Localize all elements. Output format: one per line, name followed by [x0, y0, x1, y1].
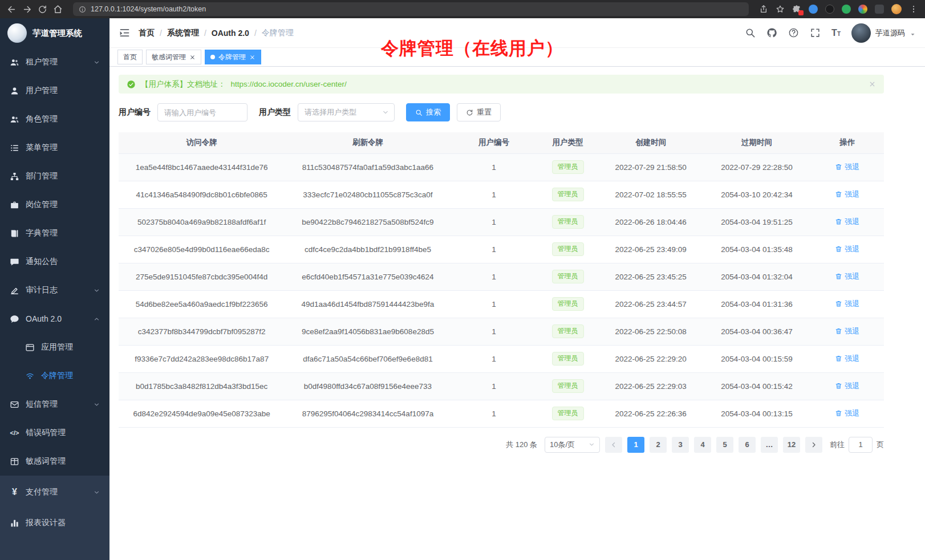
sidebar-collapse-icon[interactable] — [119, 27, 131, 39]
breadcrumb-item[interactable]: 系统管理 / — [167, 28, 206, 38]
page-number-button[interactable]: 1 — [627, 437, 644, 453]
sidebar-item[interactable]: ¥ 支付管理 — [0, 477, 109, 508]
sidebar-item[interactable]: 用户管理 — [0, 76, 109, 105]
extension-icon-square[interactable] — [875, 5, 884, 14]
help-icon[interactable] — [788, 27, 799, 38]
font-size-icon[interactable]: TT — [831, 28, 841, 38]
prev-page-button[interactable] — [605, 437, 622, 453]
sidebar-item-label: 通知公告 — [26, 257, 58, 267]
force-logout-button[interactable]: 强退 — [835, 381, 859, 391]
force-logout-button[interactable]: 强退 — [835, 408, 859, 419]
site-info-icon[interactable] — [79, 6, 86, 13]
breadcrumb-item[interactable]: 令牌管理 / — [262, 28, 294, 38]
sidebar-item-label: 部门管理 — [26, 171, 58, 181]
force-logout-button[interactable]: 强退 — [835, 244, 859, 254]
expire-time-cell: 2054-03-04 00:15:59 — [703, 345, 811, 372]
browser-forward-icon[interactable] — [22, 5, 32, 14]
tab-close-icon[interactable] — [249, 54, 255, 60]
breadcrumb-item[interactable]: OAuth 2.0 / — [212, 29, 257, 38]
tab-close-icon[interactable] — [189, 54, 196, 60]
page-number-label: 6 — [745, 440, 749, 449]
force-logout-button[interactable]: 强退 — [835, 162, 859, 172]
app-logo[interactable]: 芋道管理系统 — [0, 18, 109, 48]
search-icon[interactable] — [745, 27, 756, 38]
sidebar-item[interactable]: 敏感词管理 — [0, 447, 109, 476]
user-id-cell: 1 — [451, 236, 537, 263]
sidebar-item[interactable]: 应用管理 — [0, 333, 109, 362]
refresh-token-cell: e6cfd40eb1f54571a31e775e039c4624 — [285, 263, 451, 290]
page-number-button[interactable]: 3 — [672, 437, 689, 453]
extensions-icon[interactable] — [792, 5, 801, 14]
alert-close-icon[interactable] — [869, 80, 876, 88]
share-icon[interactable] — [759, 5, 768, 14]
sidebar-item-label: 审计日志 — [26, 285, 58, 295]
force-logout-button[interactable]: 强退 — [835, 189, 859, 200]
sidebar-item[interactable]: 部门管理 — [0, 162, 109, 190]
sidebar-item[interactable]: 通知公告 — [0, 247, 109, 276]
force-logout-button[interactable]: 强退 — [835, 217, 859, 227]
sidebar-item[interactable]: 报表设计器 — [0, 508, 109, 538]
user-type-cell: 管理员 — [537, 181, 598, 208]
fullscreen-icon[interactable] — [810, 27, 821, 38]
breadcrumb-label[interactable]: 令牌管理 — [262, 28, 294, 38]
browser-profile-avatar[interactable] — [891, 4, 902, 14]
chevron-icon — [94, 489, 100, 496]
page-number-button[interactable]: 4 — [694, 437, 711, 453]
search-button[interactable]: 搜索 — [406, 103, 450, 121]
sidebar-item[interactable]: 令牌管理 — [0, 362, 109, 390]
sidebar-item[interactable]: 租户管理 — [0, 48, 109, 76]
breadcrumb-item[interactable]: 首页 / — [139, 28, 162, 38]
address-bar[interactable]: 127.0.0.1:1024/system/oauth2/token — [73, 2, 749, 16]
browser-home-icon[interactable] — [53, 5, 63, 14]
force-logout-button[interactable]: 强退 — [835, 326, 859, 336]
sidebar-item[interactable]: OAuth 2.0 — [0, 305, 109, 333]
github-icon[interactable] — [766, 27, 777, 38]
breadcrumb-label[interactable]: 系统管理 — [167, 28, 199, 38]
expire-time-cell: 2054-03-04 00:36:47 — [703, 318, 811, 345]
force-logout-button[interactable]: 强退 — [835, 299, 859, 309]
force-logout-button[interactable]: 强退 — [835, 354, 859, 364]
page-number-button[interactable]: 2 — [650, 437, 667, 453]
sidebar-item-label: 用户管理 — [26, 86, 58, 96]
extension-icon-colorful[interactable] — [858, 5, 867, 14]
force-logout-button[interactable]: 强退 — [835, 271, 859, 282]
sidebar-item[interactable]: 审计日志 — [0, 276, 109, 305]
sidebar-item[interactable]: 字典管理 — [0, 219, 109, 247]
user-id-input[interactable] — [157, 103, 248, 121]
extension-icon-blue[interactable] — [809, 5, 818, 14]
sidebar-item[interactable]: 短信管理 — [0, 390, 109, 419]
bookmark-star-icon[interactable] — [776, 5, 785, 14]
user-id-label: 用户编号 — [119, 107, 151, 117]
extension-icon-green[interactable] — [842, 5, 851, 14]
tab[interactable]: 首页 — [117, 50, 143, 64]
breadcrumb-label[interactable]: OAuth 2.0 — [212, 29, 249, 38]
page-number-button[interactable]: 12 — [783, 437, 800, 453]
goto-page-input[interactable] — [849, 437, 873, 453]
page-number-button[interactable]: … — [761, 437, 778, 453]
doc-link[interactable]: https://doc.iocoder.cn/user-center/ — [231, 80, 347, 88]
sidebar-item[interactable]: 菜单管理 — [0, 133, 109, 162]
browser-refresh-icon[interactable] — [38, 5, 47, 14]
column-header: 访问令牌 — [119, 132, 285, 153]
user-id-cell: 1 — [451, 400, 537, 427]
next-page-button[interactable] — [805, 437, 822, 453]
page-number-button[interactable]: 5 — [716, 437, 733, 453]
sidebar-item[interactable]: </> 错误码管理 — [0, 419, 109, 447]
force-logout-label: 强退 — [845, 299, 859, 309]
user-menu[interactable]: 芋道源码 — [851, 23, 916, 43]
tab[interactable]: 敏感词管理 — [146, 50, 201, 64]
chevron-icon — [94, 287, 100, 294]
sidebar-item[interactable]: 岗位管理 — [0, 190, 109, 219]
page-number-button[interactable]: 6 — [739, 437, 756, 453]
browser-back-icon[interactable] — [7, 5, 17, 14]
tab[interactable]: 令牌管理 — [205, 50, 261, 64]
reset-button[interactable]: 重置 — [457, 103, 501, 121]
browser-menu-icon[interactable] — [909, 5, 918, 14]
access-token-cell: 502375b8040a469a9b82188afdf6af1f — [119, 208, 285, 236]
breadcrumb-label[interactable]: 首页 — [139, 28, 155, 38]
user-type-select[interactable]: 请选择用户类型 — [298, 103, 395, 121]
sidebar-item[interactable]: 角色管理 — [0, 105, 109, 133]
user-type-cell: 管理员 — [537, 208, 598, 236]
page-size-select[interactable]: 10条/页 — [545, 437, 600, 453]
extension-icon-dark[interactable] — [825, 5, 834, 14]
